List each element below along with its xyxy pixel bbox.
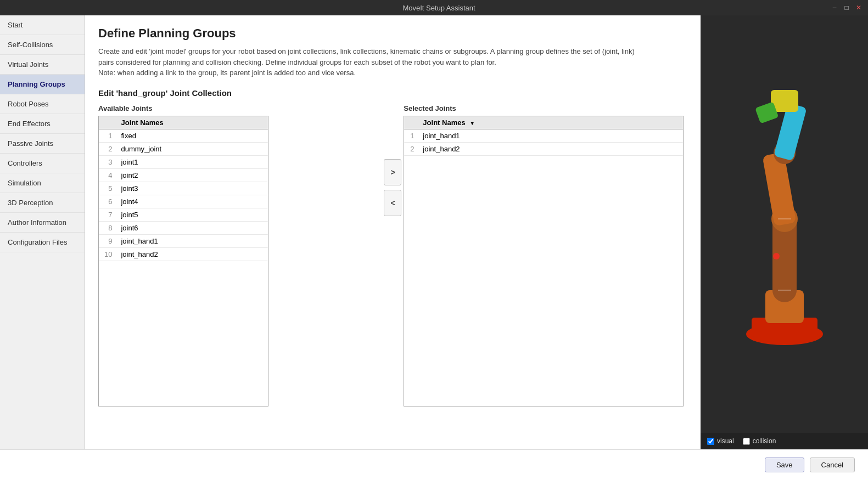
available-joints-label: Available Joints [98,104,382,112]
joint-name: joint_hand2 [115,247,268,261]
sidebar-item-3d-perception[interactable]: 3D Perception [0,193,85,213]
row-num: 2 [404,142,417,155]
collision-checkbox-label[interactable]: collision [743,437,776,445]
page-title: Define Planning Groups [98,26,687,41]
row-num: 1 [99,129,115,142]
available-joint-row[interactable]: 3joint1 [99,155,268,168]
available-joint-row[interactable]: 1fixed [99,129,268,142]
sidebar-item-author-information[interactable]: Author Information [0,213,85,233]
joint-name: joint_hand2 [417,142,683,155]
available-joint-row[interactable]: 8joint6 [99,221,268,234]
desc-line1: Create and edit 'joint model' groups for… [98,47,635,55]
desc-line3: Note: when adding a link to the group, i… [98,69,356,77]
sidebar-item-virtual-joints[interactable]: Virtual Joints [0,55,85,75]
available-joints-table-wrapper: Joint Names 1fixed2dummy_joint3joint14jo… [98,116,268,406]
selected-joints-label: Selected Joints [404,104,687,112]
sidebar-item-passive-joints[interactable]: Passive Joints [0,134,85,154]
available-joint-row[interactable]: 10joint_hand2 [99,247,268,261]
section-title: Edit 'hand_group' Joint Collection [98,88,687,98]
sidebar-item-configuration-files[interactable]: Configuration Files [0,233,85,252]
sidebar-item-robot-poses[interactable]: Robot Poses [0,94,85,114]
visual-checkbox-label[interactable]: visual [707,437,734,445]
selected-num-header [404,116,417,129]
joint-name: joint6 [115,221,268,234]
main-content: Define Planning Groups Create and edit '… [85,15,701,449]
row-num: 8 [99,221,115,234]
maximize-button[interactable]: □ [842,3,852,13]
titlebar: MoveIt Setup Assistant – □ ✕ [0,0,868,15]
available-joint-row[interactable]: 7joint5 [99,208,268,221]
available-column-header[interactable]: Joint Names [115,116,268,129]
remove-joint-button[interactable]: < [384,190,401,216]
available-joint-row[interactable]: 9joint_hand1 [99,234,268,247]
window-title: MoveIt Setup Assistant [48,4,830,12]
row-num: 5 [99,182,115,195]
selected-column-header[interactable]: Joint Names ▼ [417,116,683,129]
row-num: 2 [99,142,115,155]
joint-editor: Available Joints Joint Names 1fixed2dumm… [98,104,687,439]
row-num: 1 [404,129,417,142]
joint-name: joint_hand1 [417,129,683,142]
app-body: StartSelf-CollisionsVirtual JointsPlanni… [0,15,868,449]
visual-checkbox[interactable] [707,438,714,445]
robot-viewer: visual collision [701,15,868,449]
sidebar: StartSelf-CollisionsVirtual JointsPlanni… [0,15,85,449]
transfer-buttons: > < [382,104,404,216]
available-joints-panel: Available Joints Joint Names 1fixed2dumm… [98,104,382,406]
minimize-button[interactable]: – [830,3,839,13]
sidebar-item-controllers[interactable]: Controllers [0,154,85,173]
sidebar-item-end-effectors[interactable]: End Effectors [0,114,85,134]
selected-joints-table-wrapper: Joint Names ▼ 1joint_hand12joint_hand2 [404,116,684,406]
collision-label: collision [753,437,776,445]
available-num-header [99,116,115,129]
selected-joint-row[interactable]: 1joint_hand1 [404,129,683,142]
available-joint-row[interactable]: 2dummy_joint [99,142,268,155]
selected-joints-table: Joint Names ▼ 1joint_hand12joint_hand2 [404,116,683,156]
selected-joints-panel: Selected Joints Joint Names ▼ [404,104,687,406]
joint-name: joint3 [115,182,268,195]
add-joint-button[interactable]: > [384,159,401,185]
row-num: 4 [99,168,115,182]
sidebar-item-self-collisions[interactable]: Self-Collisions [0,35,85,55]
row-num: 7 [99,208,115,221]
joint-name: joint_hand1 [115,234,268,247]
row-num: 6 [99,195,115,208]
available-joint-row[interactable]: 6joint4 [99,195,268,208]
svg-point-11 [773,253,780,259]
close-button[interactable]: ✕ [854,3,864,13]
sidebar-item-start[interactable]: Start [0,15,85,35]
joint-name: dummy_joint [115,142,268,155]
joint-name: joint4 [115,195,268,208]
selected-joint-row[interactable]: 2joint_hand2 [404,142,683,155]
sidebar-item-planning-groups[interactable]: Planning Groups [0,75,85,94]
row-num: 3 [99,155,115,168]
robot-canvas [701,15,868,433]
bottom-bar: Save Cancel [0,449,868,480]
cancel-button[interactable]: Cancel [810,458,855,472]
sort-arrow-icon: ▼ [469,120,475,126]
robot-controls: visual collision [701,433,868,449]
svg-rect-6 [762,152,796,226]
row-num: 9 [99,234,115,247]
window-controls: – □ ✕ [830,3,864,13]
visual-label: visual [717,437,734,445]
desc-line2: pairs considered for planning and collis… [98,58,496,66]
available-joint-row[interactable]: 4joint2 [99,168,268,182]
joint-name: joint1 [115,155,268,168]
joint-name: fixed [115,129,268,142]
joint-name: joint5 [115,208,268,221]
joint-name: joint2 [115,168,268,182]
available-joint-row[interactable]: 5joint3 [99,182,268,195]
save-button[interactable]: Save [765,458,804,472]
row-num: 10 [99,247,115,261]
sidebar-item-simulation[interactable]: Simulation [0,173,85,193]
description: Create and edit 'joint model' groups for… [98,46,687,78]
collision-checkbox[interactable] [743,438,750,445]
robot-svg [713,87,856,362]
available-joints-table: Joint Names 1fixed2dummy_joint3joint14jo… [99,116,268,261]
